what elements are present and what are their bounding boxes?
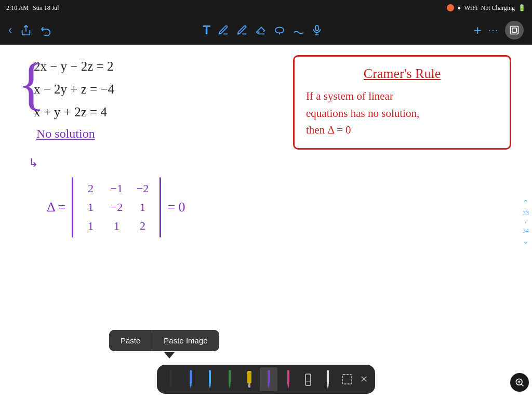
equals-zero-label: = 0 [167, 200, 185, 215]
svg-rect-13 [248, 383, 250, 388]
matrix-cell-20: 1 [88, 219, 94, 233]
svg-rect-6 [190, 370, 192, 384]
eraser-tool-button[interactable] [255, 24, 267, 36]
marker-yellow-tool[interactable] [241, 367, 258, 391]
marker-tool-button[interactable] [292, 24, 304, 36]
equation-1: 2x − y − 2z = 2 [34, 59, 113, 74]
not-charging-label: Not Charging [481, 4, 515, 12]
pencil-light-tool[interactable] [319, 367, 337, 391]
delta-label: Δ = [47, 200, 65, 215]
matrix-cell-12: 1 [140, 201, 145, 214]
pen-green-tool[interactable] [221, 367, 238, 391]
cramers-rule-box: Cramer's Rule If a system of linear equa… [293, 55, 511, 150]
toolbar-center: T [203, 23, 323, 37]
layers-button[interactable] [505, 21, 524, 39]
svg-marker-11 [229, 384, 231, 389]
pen-black-tool[interactable] [162, 367, 180, 391]
curly-brace: { [18, 55, 45, 112]
matrix-cell-10: 1 [88, 201, 94, 214]
paste-popup-arrow [164, 352, 175, 358]
svg-rect-16 [287, 370, 289, 384]
svg-rect-10 [229, 370, 231, 384]
main-toolbar: ‹ T [0, 16, 532, 45]
svg-point-0 [275, 28, 284, 33]
matrix-cell-21: 1 [114, 219, 119, 233]
svg-rect-2 [511, 26, 518, 34]
more-options-button[interactable]: ⋯ [488, 24, 499, 36]
svg-rect-20 [327, 370, 329, 384]
svg-marker-21 [327, 384, 329, 389]
svg-rect-12 [247, 371, 251, 383]
wifi-signal-icon: WiFi [464, 4, 477, 12]
cramers-rule-text: If a system of linear equations has no s… [306, 88, 498, 139]
share-button[interactable] [20, 24, 32, 36]
svg-rect-18 [305, 374, 311, 385]
lasso-tool-button[interactable] [274, 24, 285, 36]
svg-rect-14 [268, 370, 270, 384]
svg-rect-8 [209, 370, 211, 384]
record-dot-icon [447, 4, 454, 11]
matrix-right-bar [159, 177, 161, 237]
svg-marker-9 [209, 384, 211, 389]
matrix-cell-02: −2 [137, 182, 149, 195]
equation-2: x − 2y + z = −4 [34, 82, 114, 97]
toolbar-left: ‹ [8, 23, 51, 37]
page-up-button[interactable]: ⌃ [523, 198, 529, 207]
matrix-cell-00: 2 [88, 182, 94, 195]
undo-button[interactable] [40, 24, 51, 36]
page-current: 33 / 34 [523, 209, 529, 235]
pagination: ⌃ 33 / 34 ⌄ [523, 198, 529, 245]
matrix-cell-01: −1 [111, 182, 123, 195]
paste-button[interactable]: Paste [109, 330, 152, 351]
svg-rect-1 [315, 25, 318, 31]
add-button[interactable]: + [474, 22, 482, 38]
svg-marker-5 [170, 384, 172, 389]
bottom-toolbar: ✕ [157, 365, 375, 394]
matrix-content: 2 −1 −2 1 −2 1 1 1 2 [73, 177, 159, 237]
pen-blue2-tool[interactable] [201, 367, 219, 391]
selector-tool[interactable] [338, 367, 356, 391]
battery-icon: 🔋 [518, 4, 526, 12]
eraser-tool[interactable] [299, 367, 317, 391]
paste-image-button[interactable]: Paste Image [152, 330, 219, 351]
mic-button[interactable] [311, 24, 323, 36]
cramers-rule-title: Cramer's Rule [306, 66, 498, 82]
pen-purple-tool[interactable] [260, 367, 277, 391]
svg-marker-7 [190, 384, 192, 389]
paste-popup: Paste Paste Image [109, 330, 219, 351]
canvas-area: 2x − y − 2z = 2 x − 2y + z = −4 x + y + … [0, 45, 532, 399]
cramers-text-line1: If a system of linear [306, 88, 498, 105]
pen-blue-tool[interactable] [182, 367, 200, 391]
highlighter-tool-button[interactable] [236, 24, 248, 36]
toolbar-right: + ⋯ [474, 21, 524, 39]
zoom-button[interactable] [510, 373, 529, 392]
svg-line-26 [521, 384, 523, 386]
text-tool-button[interactable]: T [203, 23, 210, 37]
svg-rect-4 [170, 370, 172, 384]
cramers-text-line3: then Δ = 0 [306, 122, 498, 139]
date-display: Sun 18 Jul [33, 4, 59, 12]
status-right: ● WiFi Not Charging 🔋 [447, 4, 526, 12]
cramers-text-line2: equations has no solution, [306, 105, 498, 122]
page-down-button[interactable]: ⌄ [523, 237, 529, 245]
back-button[interactable]: ‹ [8, 23, 12, 37]
status-bar: 2:10 AM Sun 18 Jul ● WiFi Not Charging 🔋 [0, 0, 532, 16]
arrow-indicator: ↳ [29, 156, 38, 170]
wifi-icon: ● [457, 4, 461, 12]
no-solution-label: No solution [36, 127, 95, 141]
svg-marker-15 [268, 384, 270, 389]
matrix-container: 2 −1 −2 1 −2 1 1 1 2 [72, 177, 161, 237]
time-display: 2:10 AM [6, 4, 29, 12]
pen-pink-tool[interactable] [280, 367, 297, 391]
matrix-cell-11: −2 [111, 201, 123, 214]
delta-section: Δ = 2 −1 −2 1 −2 1 1 1 2 = 0 [47, 177, 185, 237]
svg-rect-22 [342, 375, 352, 384]
close-toolbar-button[interactable]: ✕ [358, 374, 370, 385]
svg-marker-17 [287, 384, 289, 389]
pen-tool-button[interactable] [218, 24, 229, 36]
svg-rect-3 [512, 28, 516, 32]
matrix-cell-22: 2 [140, 219, 145, 233]
status-left: 2:10 AM Sun 18 Jul [6, 4, 59, 12]
